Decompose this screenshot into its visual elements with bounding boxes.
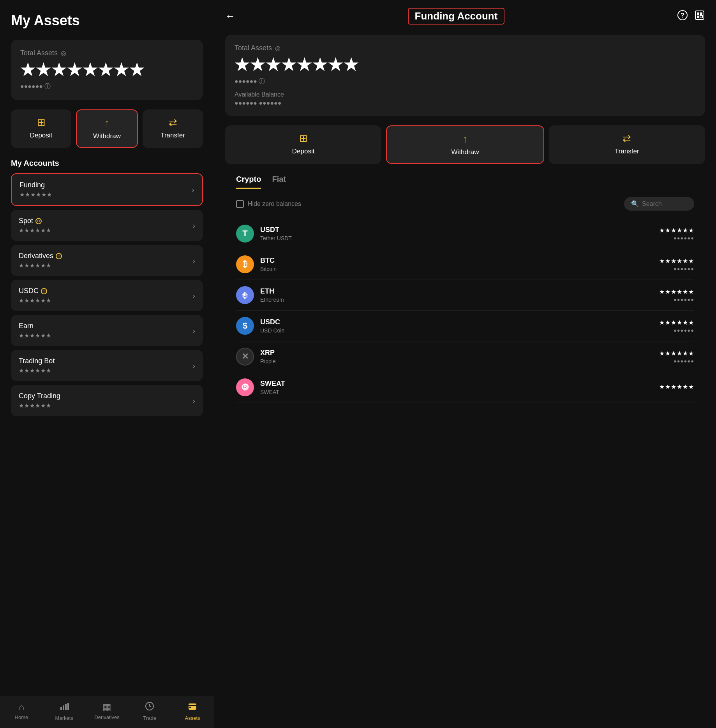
crypto-list: T USDT Tether USDT ★★★★★★ ●●●●●● ₿ BTC B… <box>225 218 705 403</box>
arrow-icon-earn: › <box>192 326 195 335</box>
account-value-spot: ★★★★★★ <box>19 227 51 234</box>
usdt-name: USDT <box>260 226 653 234</box>
info-dot-usdc: ⊙ <box>41 288 47 294</box>
account-item-trading-bot[interactable]: Trading Bot ★★★★★★ › <box>11 350 203 381</box>
transfer-button-left[interactable]: ⇄ Transfer <box>143 109 203 148</box>
crypto-item-eth[interactable]: ETH Ethereum ★★★★★★ ●●●●●● <box>236 280 694 311</box>
usdc-balance-main: ★★★★★★ <box>659 319 694 326</box>
xrp-fullname: Ripple <box>260 358 653 364</box>
assets-card-left: Total Assets ◎ ★★★★★★★★ ●●●●●● ⓘ <box>11 40 203 100</box>
assets-sub-left: ●●●●●● ⓘ <box>20 83 194 91</box>
available-balance-label: Available Balance <box>235 91 696 98</box>
withdraw-button-right[interactable]: ↑ Withdraw <box>386 125 544 164</box>
usdc-name: USDC <box>260 318 653 326</box>
usdc-logo: $ <box>236 317 254 335</box>
account-value-usdc: ★★★★★★ <box>19 297 51 304</box>
nav-item-derivatives[interactable]: ▦ Derivatives <box>86 702 129 721</box>
crypto-item-usdt[interactable]: T USDT Tether USDT ★★★★★★ ●●●●●● <box>236 218 694 249</box>
usdt-balance-main: ★★★★★★ <box>659 227 694 234</box>
search-box[interactable]: 🔍 <box>624 197 694 211</box>
account-list: Funding ★★★★★★ › Spot ⊙ ★★★★★★ › <box>11 173 203 416</box>
account-value-funding: ★★★★★★ <box>19 191 52 198</box>
xrp-balance-main: ★★★★★★ <box>659 350 694 357</box>
svg-rect-3 <box>67 703 69 710</box>
deposit-label-left: Deposit <box>30 132 53 139</box>
withdraw-icon-right: ↑ <box>462 133 467 145</box>
account-item-copy-trading[interactable]: Copy Trading ★★★★★★ › <box>11 385 203 416</box>
available-balance-value: ●●●●●● ●●●●●● <box>235 100 696 107</box>
account-item-earn[interactable]: Earn ★★★★★★ › <box>11 315 203 346</box>
arrow-icon-spot: › <box>192 221 195 230</box>
nav-item-trade[interactable]: Trade <box>128 702 171 721</box>
tab-fiat[interactable]: Fiat <box>272 175 286 189</box>
crypto-fiat-tabs: Crypto Fiat <box>225 175 705 189</box>
action-buttons-right: ⊞ Deposit ↑ Withdraw ⇄ Transfer <box>225 125 705 164</box>
eth-name: ETH <box>260 287 653 295</box>
home-icon: ⌂ <box>19 702 25 712</box>
right-panel: ← Funding Account ? <box>214 0 716 728</box>
xrp-logo: ✕ <box>236 348 254 366</box>
transfer-label-right: Transfer <box>615 148 639 155</box>
help-button[interactable]: ? <box>677 10 688 23</box>
svg-marker-17 <box>242 296 245 300</box>
arrow-icon-derivatives: › <box>192 256 195 265</box>
sweat-fullname: SWEAT <box>260 389 653 395</box>
eye-icon-left[interactable]: ◎ <box>61 49 66 57</box>
btc-name: BTC <box>260 257 653 265</box>
eth-balance-sub: ●●●●●● <box>674 297 694 302</box>
account-value-trading-bot: ★★★★★★ <box>19 367 55 374</box>
crypto-item-xrp[interactable]: ✕ XRP Ripple ★★★★★★ ●●●●●● <box>236 341 694 372</box>
right-title: Funding Account <box>408 8 505 25</box>
svg-rect-11 <box>700 12 702 15</box>
svg-text:?: ? <box>681 12 684 19</box>
svg-rect-1 <box>63 705 64 710</box>
svg-rect-10 <box>697 12 699 15</box>
account-name-spot: Spot ⊙ <box>19 217 51 225</box>
btc-logo: ₿ <box>236 255 254 273</box>
withdraw-button-left[interactable]: ↑ Withdraw <box>76 109 138 148</box>
crypto-item-btc[interactable]: ₿ BTC Bitcoin ★★★★★★ ●●●●●● <box>236 249 694 280</box>
sweat-logo: ⓼ <box>236 378 254 396</box>
account-name-copy-trading: Copy Trading <box>19 392 60 400</box>
account-item-funding[interactable]: Funding ★★★★★★ › <box>11 173 203 206</box>
back-button[interactable]: ← <box>225 10 235 22</box>
tab-crypto[interactable]: Crypto <box>236 175 261 189</box>
account-item-spot[interactable]: Spot ⊙ ★★★★★★ › <box>11 210 203 241</box>
account-item-derivatives[interactable]: Derivatives ⊙ ★★★★★★ › <box>11 245 203 276</box>
search-input[interactable] <box>642 200 687 207</box>
right-header: ← Funding Account ? <box>214 0 716 31</box>
crypto-item-sweat[interactable]: ⓼ SWEAT SWEAT ★★★★★★ <box>236 372 694 403</box>
xrp-name: XRP <box>260 349 653 357</box>
withdraw-label-left: Withdraw <box>93 132 121 140</box>
nav-label-markets: Markets <box>55 715 73 721</box>
search-icon: 🔍 <box>631 200 639 207</box>
nav-item-markets[interactable]: Markets <box>43 702 86 721</box>
arrow-icon-usdc: › <box>192 291 195 300</box>
transfer-button-right[interactable]: ⇄ Transfer <box>549 125 705 164</box>
hide-zero-checkbox[interactable] <box>236 200 244 208</box>
account-value-earn: ★★★★★★ <box>19 332 51 339</box>
deposit-button-right[interactable]: ⊞ Deposit <box>225 125 381 164</box>
svg-rect-12 <box>697 16 699 18</box>
transfer-label-left: Transfer <box>160 132 185 139</box>
xrp-balance-sub: ●●●●●● <box>674 358 694 364</box>
nav-item-assets[interactable]: Assets <box>171 702 214 721</box>
deposit-button-left[interactable]: ⊞ Deposit <box>11 109 71 148</box>
eth-fullname: Ethereum <box>260 297 653 303</box>
account-name-trading-bot: Trading Bot <box>19 357 55 365</box>
left-panel: My Assets Total Assets ◎ ★★★★★★★★ ●●●●●●… <box>0 0 214 728</box>
account-value-copy-trading: ★★★★★★ <box>19 402 60 409</box>
nav-item-home[interactable]: ⌂ Home <box>0 702 43 721</box>
transfer-icon-left: ⇄ <box>169 116 177 128</box>
arrow-icon-trading-bot: › <box>192 361 195 370</box>
deposit-label-right: Deposit <box>292 148 315 155</box>
settings-button[interactable] <box>694 10 705 23</box>
account-item-usdc[interactable]: USDC ⊙ ★★★★★★ › <box>11 280 203 311</box>
svg-rect-0 <box>60 707 62 710</box>
eye-icon-right[interactable]: ◎ <box>275 44 280 52</box>
svg-marker-14 <box>245 292 248 296</box>
derivatives-icon: ▦ <box>102 702 111 712</box>
crypto-item-usdc[interactable]: $ USDC USD Coin ★★★★★★ ●●●●●● <box>236 311 694 341</box>
transfer-icon-right: ⇄ <box>623 132 631 144</box>
btc-fullname: Bitcoin <box>260 266 653 272</box>
